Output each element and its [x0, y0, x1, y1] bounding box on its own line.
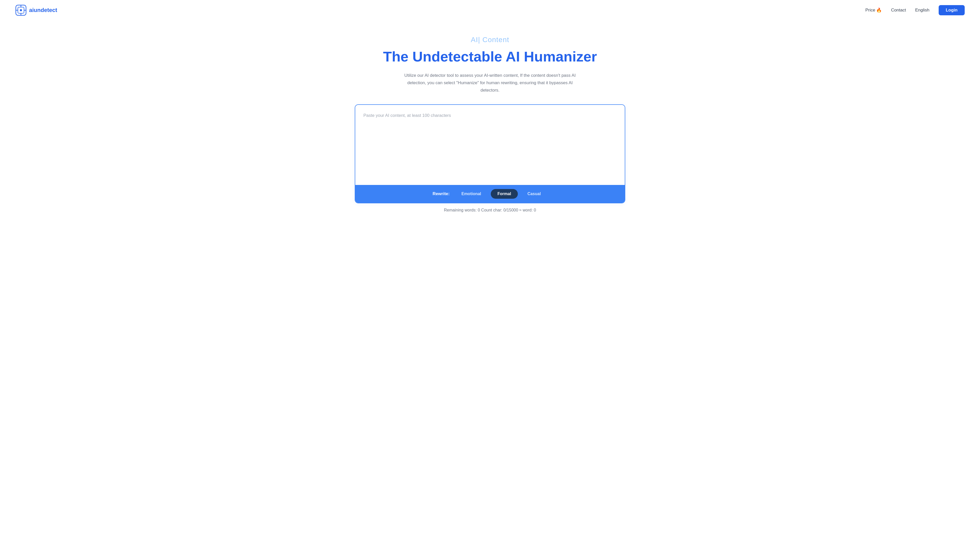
logo-link[interactable]: aiundetect — [15, 5, 57, 16]
nav-contact-label: Contact — [891, 8, 906, 13]
hero-description: Utilize our AI detector tool to assess y… — [401, 72, 579, 94]
svg-point-2 — [20, 9, 22, 11]
logo-icon — [15, 5, 27, 16]
nav-price[interactable]: Price 🔥 — [865, 7, 882, 13]
nav-english-label: English — [915, 8, 929, 13]
rewrite-label: Rewrite: — [433, 191, 450, 197]
nav-price-label: Price — [865, 8, 875, 13]
status-text: Remaining words: 0 Count char: 0/15000 ≈… — [444, 208, 536, 212]
fire-icon: 🔥 — [876, 7, 882, 13]
hero-subtitle: AI| Content — [5, 36, 975, 44]
nav-english[interactable]: English — [915, 8, 929, 13]
logo-text: aiundetect — [29, 7, 57, 14]
navbar: aiundetect Price 🔥 Contact English Login — [0, 0, 980, 21]
hero-section: AI| Content The Undetectable AI Humanize… — [0, 21, 980, 223]
rewrite-emotional-button[interactable]: Emotional — [455, 189, 488, 199]
content-input[interactable] — [355, 105, 625, 184]
login-button[interactable]: Login — [939, 5, 965, 15]
hero-title: The Undetectable AI Humanizer — [5, 48, 975, 65]
editor-toolbar: Rewrite: Emotional Formal Casual — [355, 185, 625, 203]
nav-links: Price 🔥 Contact English Login — [865, 5, 965, 15]
hero-subtitle-text: AI| Content — [471, 36, 509, 44]
status-bar: Remaining words: 0 Count char: 0/15000 ≈… — [5, 203, 975, 215]
rewrite-formal-button[interactable]: Formal — [491, 189, 517, 199]
rewrite-casual-button[interactable]: Casual — [521, 189, 547, 199]
nav-contact[interactable]: Contact — [891, 8, 906, 13]
editor-box: Rewrite: Emotional Formal Casual — [355, 104, 625, 203]
